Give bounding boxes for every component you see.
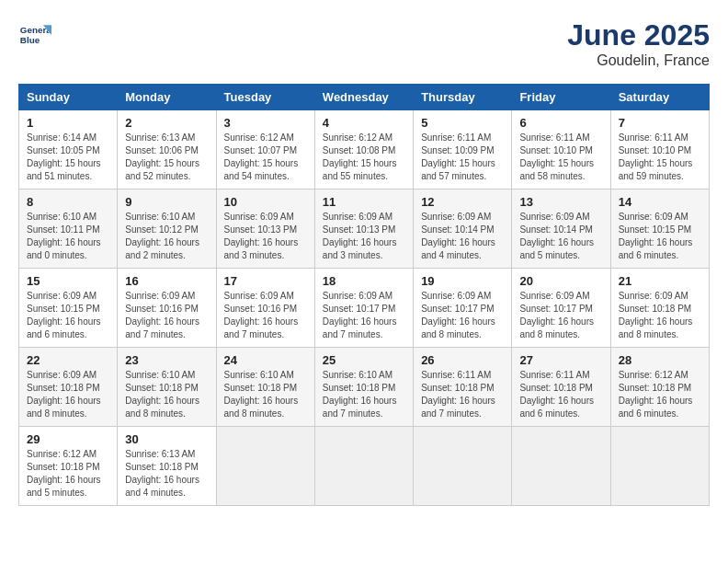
calendar-cell: 12Sunrise: 6:09 AM Sunset: 10:14 PM Dayl… [414, 190, 512, 269]
calendar-cell: 21Sunrise: 6:09 AM Sunset: 10:18 PM Dayl… [610, 269, 709, 348]
calendar-cell: 5Sunrise: 6:11 AM Sunset: 10:09 PM Dayli… [414, 110, 512, 190]
calendar-cell: 1Sunrise: 6:14 AM Sunset: 10:05 PM Dayli… [19, 110, 118, 190]
day-number: 7 [619, 116, 701, 130]
day-info: Sunrise: 6:09 AM Sunset: 10:13 PM Daylig… [323, 211, 405, 262]
calendar-header-row: SundayMondayTuesdayWednesdayThursdayFrid… [19, 85, 710, 110]
day-number: 27 [519, 353, 602, 367]
day-info: Sunrise: 6:09 AM Sunset: 10:17 PM Daylig… [519, 290, 602, 341]
day-info: Sunrise: 6:10 AM Sunset: 10:11 PM Daylig… [27, 211, 109, 262]
day-info: Sunrise: 6:11 AM Sunset: 10:09 PM Daylig… [421, 132, 504, 183]
weekday-header-saturday: Saturday [610, 85, 709, 110]
calendar-cell: 22Sunrise: 6:09 AM Sunset: 10:18 PM Dayl… [19, 348, 118, 427]
day-info: Sunrise: 6:09 AM Sunset: 10:15 PM Daylig… [27, 290, 109, 341]
day-number: 16 [125, 274, 208, 288]
day-info: Sunrise: 6:11 AM Sunset: 10:10 PM Daylig… [519, 132, 602, 183]
weekday-header-thursday: Thursday [414, 85, 512, 110]
calendar-cell: 8Sunrise: 6:10 AM Sunset: 10:11 PM Dayli… [19, 190, 118, 269]
calendar-cell: 3Sunrise: 6:12 AM Sunset: 10:07 PM Dayli… [216, 110, 314, 190]
calendar-cell: 2Sunrise: 6:13 AM Sunset: 10:06 PM Dayli… [118, 110, 216, 190]
calendar-cell: 18Sunrise: 6:09 AM Sunset: 10:17 PM Dayl… [314, 269, 413, 348]
day-info: Sunrise: 6:09 AM Sunset: 10:18 PM Daylig… [619, 290, 701, 341]
day-info: Sunrise: 6:11 AM Sunset: 10:18 PM Daylig… [519, 369, 602, 420]
calendar-cell: 14Sunrise: 6:09 AM Sunset: 10:15 PM Dayl… [610, 190, 709, 269]
day-number: 25 [323, 353, 405, 367]
day-number: 26 [421, 353, 504, 367]
calendar-cell: 29Sunrise: 6:12 AM Sunset: 10:18 PM Dayl… [19, 427, 118, 506]
day-number: 21 [619, 274, 701, 288]
day-number: 6 [519, 116, 602, 130]
calendar-cell: 25Sunrise: 6:10 AM Sunset: 10:18 PM Dayl… [314, 348, 413, 427]
calendar-cell [414, 427, 512, 506]
day-number: 3 [224, 116, 307, 130]
logo-icon: General Blue [18, 18, 51, 52]
calendar-cell: 20Sunrise: 6:09 AM Sunset: 10:17 PM Dayl… [512, 269, 610, 348]
svg-text:Blue: Blue [20, 35, 40, 45]
calendar-cell: 11Sunrise: 6:09 AM Sunset: 10:13 PM Dayl… [314, 190, 413, 269]
calendar-table: SundayMondayTuesdayWednesdayThursdayFrid… [18, 84, 710, 506]
weekday-header-wednesday: Wednesday [314, 85, 413, 110]
day-info: Sunrise: 6:10 AM Sunset: 10:12 PM Daylig… [125, 211, 208, 262]
calendar-week-row: 22Sunrise: 6:09 AM Sunset: 10:18 PM Dayl… [19, 348, 710, 427]
calendar-cell: 17Sunrise: 6:09 AM Sunset: 10:16 PM Dayl… [216, 269, 314, 348]
calendar-week-row: 8Sunrise: 6:10 AM Sunset: 10:11 PM Dayli… [19, 190, 710, 269]
day-number: 14 [619, 195, 701, 209]
day-number: 5 [421, 116, 504, 130]
calendar-cell: 23Sunrise: 6:10 AM Sunset: 10:18 PM Dayl… [118, 348, 216, 427]
day-info: Sunrise: 6:09 AM Sunset: 10:16 PM Daylig… [224, 290, 307, 341]
title-block: June 2025 Goudelin, France [567, 18, 710, 69]
day-info: Sunrise: 6:09 AM Sunset: 10:13 PM Daylig… [224, 211, 307, 262]
calendar-cell [610, 427, 709, 506]
calendar-cell: 7Sunrise: 6:11 AM Sunset: 10:10 PM Dayli… [610, 110, 709, 190]
calendar-cell: 19Sunrise: 6:09 AM Sunset: 10:17 PM Dayl… [414, 269, 512, 348]
calendar-cell [314, 427, 413, 506]
day-info: Sunrise: 6:11 AM Sunset: 10:10 PM Daylig… [619, 132, 701, 183]
day-number: 28 [619, 353, 701, 367]
day-info: Sunrise: 6:13 AM Sunset: 10:06 PM Daylig… [125, 132, 208, 183]
day-number: 9 [125, 195, 208, 209]
day-info: Sunrise: 6:09 AM Sunset: 10:17 PM Daylig… [323, 290, 405, 341]
day-info: Sunrise: 6:12 AM Sunset: 10:07 PM Daylig… [224, 132, 307, 183]
day-number: 18 [323, 274, 405, 288]
day-info: Sunrise: 6:09 AM Sunset: 10:18 PM Daylig… [27, 369, 109, 420]
day-info: Sunrise: 6:10 AM Sunset: 10:18 PM Daylig… [323, 369, 405, 420]
day-number: 22 [27, 353, 109, 367]
calendar-week-row: 29Sunrise: 6:12 AM Sunset: 10:18 PM Dayl… [19, 427, 710, 506]
location: Goudelin, France [567, 52, 710, 69]
weekday-header-sunday: Sunday [19, 85, 118, 110]
day-number: 8 [27, 195, 109, 209]
day-info: Sunrise: 6:12 AM Sunset: 10:18 PM Daylig… [619, 369, 701, 420]
calendar-cell [216, 427, 314, 506]
day-number: 2 [125, 116, 208, 130]
calendar-cell: 9Sunrise: 6:10 AM Sunset: 10:12 PM Dayli… [118, 190, 216, 269]
day-number: 17 [224, 274, 307, 288]
weekday-header-tuesday: Tuesday [216, 85, 314, 110]
day-info: Sunrise: 6:09 AM Sunset: 10:17 PM Daylig… [421, 290, 504, 341]
day-number: 15 [27, 274, 109, 288]
day-info: Sunrise: 6:12 AM Sunset: 10:18 PM Daylig… [27, 448, 109, 500]
calendar-cell: 27Sunrise: 6:11 AM Sunset: 10:18 PM Dayl… [512, 348, 610, 427]
weekday-header-monday: Monday [118, 85, 216, 110]
day-number: 23 [125, 353, 208, 367]
month-title: June 2025 [567, 18, 710, 52]
calendar-cell: 15Sunrise: 6:09 AM Sunset: 10:15 PM Dayl… [19, 269, 118, 348]
calendar-week-row: 15Sunrise: 6:09 AM Sunset: 10:15 PM Dayl… [19, 269, 710, 348]
page-header: General Blue General Blue June 2025 Goud… [18, 18, 710, 69]
day-number: 29 [27, 432, 109, 446]
calendar-cell [512, 427, 610, 506]
calendar-cell: 16Sunrise: 6:09 AM Sunset: 10:16 PM Dayl… [118, 269, 216, 348]
day-number: 13 [519, 195, 602, 209]
day-info: Sunrise: 6:14 AM Sunset: 10:05 PM Daylig… [27, 132, 109, 183]
day-number: 20 [519, 274, 602, 288]
day-info: Sunrise: 6:10 AM Sunset: 10:18 PM Daylig… [125, 369, 208, 420]
calendar-cell: 28Sunrise: 6:12 AM Sunset: 10:18 PM Dayl… [610, 348, 709, 427]
day-number: 11 [323, 195, 405, 209]
calendar-week-row: 1Sunrise: 6:14 AM Sunset: 10:05 PM Dayli… [19, 110, 710, 190]
day-number: 19 [421, 274, 504, 288]
day-info: Sunrise: 6:10 AM Sunset: 10:18 PM Daylig… [224, 369, 307, 420]
logo: General Blue General Blue [18, 18, 51, 52]
day-info: Sunrise: 6:12 AM Sunset: 10:08 PM Daylig… [323, 132, 405, 183]
day-number: 12 [421, 195, 504, 209]
calendar-cell: 30Sunrise: 6:13 AM Sunset: 10:18 PM Dayl… [118, 427, 216, 506]
calendar-cell: 24Sunrise: 6:10 AM Sunset: 10:18 PM Dayl… [216, 348, 314, 427]
day-info: Sunrise: 6:09 AM Sunset: 10:14 PM Daylig… [421, 211, 504, 262]
